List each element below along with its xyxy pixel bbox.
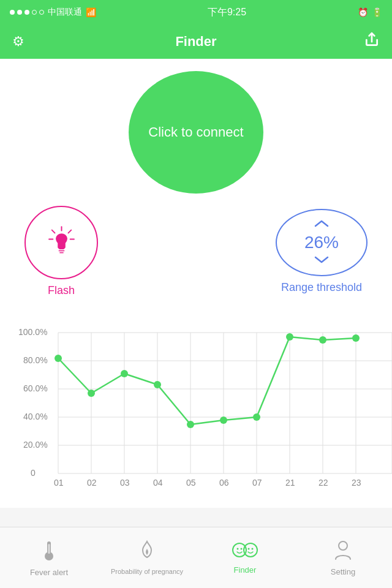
svg-text:80.0%: 80.0% — [23, 355, 48, 365]
svg-point-58 — [241, 548, 243, 549]
header-title: Finder — [175, 34, 216, 50]
status-bar: 中国联通 📶 下午9:25 ⏰ 🔋 — [0, 0, 392, 24]
svg-point-36 — [187, 421, 194, 428]
svg-text:03: 03 — [120, 478, 130, 487]
settings-icon[interactable]: ⚙ — [12, 34, 24, 50]
svg-text:01: 01 — [54, 478, 64, 487]
dot1 — [10, 10, 15, 15]
svg-text:40.0%: 40.0% — [23, 412, 48, 421]
svg-text:05: 05 — [186, 478, 196, 487]
tab-finder[interactable]: Finder — [196, 527, 294, 588]
dot5 — [39, 10, 44, 15]
main-content: Click to connect — [0, 59, 392, 508]
svg-text:02: 02 — [87, 478, 97, 487]
status-right: ⏰ 🔋 — [358, 7, 382, 17]
svg-point-34 — [121, 370, 128, 377]
bulb-icon — [45, 225, 78, 261]
svg-point-40 — [319, 336, 326, 344]
connect-area: Click to connect — [18, 71, 374, 194]
svg-text:21: 21 — [285, 478, 295, 487]
battery-icon: 🔋 — [372, 7, 382, 17]
svg-text:06: 06 — [219, 478, 229, 487]
svg-text:60.0%: 60.0% — [23, 383, 48, 393]
tab-setting-label: Setting — [331, 567, 355, 576]
svg-point-57 — [237, 548, 239, 549]
svg-text:22: 22 — [318, 478, 328, 487]
svg-point-32 — [55, 355, 62, 362]
svg-text:20.0%: 20.0% — [23, 440, 48, 450]
tab-pregnancy[interactable]: Probability of pregnancy — [98, 527, 196, 588]
svg-point-41 — [352, 334, 360, 342]
range-label: Range threshold — [281, 281, 362, 294]
wifi-icon: 📶 — [86, 7, 96, 17]
svg-point-37 — [220, 417, 227, 424]
svg-text:23: 23 — [352, 478, 361, 487]
tab-finder-label: Finder — [234, 565, 257, 575]
svg-point-35 — [154, 381, 161, 388]
range-value: 26% — [304, 233, 339, 252]
arrow-up-icon[interactable] — [312, 219, 331, 230]
svg-point-39 — [286, 333, 293, 341]
svg-text:0: 0 — [31, 468, 36, 478]
svg-point-38 — [253, 413, 260, 421]
dot4 — [32, 10, 37, 15]
svg-point-60 — [252, 548, 254, 549]
dot2 — [17, 10, 22, 15]
dot3 — [24, 10, 29, 15]
pregnancy-icon — [138, 540, 156, 565]
chart-container: 100.0% 80.0% 60.0% 40.0% 20.0% 0 — [18, 315, 374, 496]
chart-svg: 100.0% 80.0% 60.0% 40.0% 20.0% 0 — [18, 322, 392, 487]
svg-text:100.0%: 100.0% — [18, 327, 47, 337]
share-icon[interactable] — [364, 32, 380, 51]
thermometer-icon — [40, 539, 58, 565]
svg-point-33 — [88, 390, 95, 397]
tab-fever-alert[interactable]: Fever alert — [0, 527, 98, 588]
arrow-down-icon[interactable] — [312, 255, 331, 266]
status-left: 中国联通 📶 — [10, 7, 96, 18]
tab-fever-alert-label: Fever alert — [30, 568, 68, 577]
svg-line-2 — [51, 230, 55, 233]
tab-setting[interactable]: Setting — [294, 527, 392, 588]
controls-row: Flash 26% Range threshold — [18, 206, 374, 297]
svg-text:04: 04 — [153, 478, 163, 487]
svg-text:07: 07 — [252, 478, 262, 487]
tab-pregnancy-label: Probability of pregnancy — [111, 568, 183, 575]
status-time: 下午9:25 — [208, 6, 246, 19]
carrier-name: 中国联通 — [48, 7, 82, 18]
flash-label: Flash — [48, 284, 75, 297]
connect-button[interactable]: Click to connect — [129, 71, 263, 194]
range-control: 26% Range threshold — [276, 209, 368, 294]
flash-control: Flash — [24, 206, 98, 297]
header: ⚙ Finder — [0, 24, 392, 59]
svg-line-3 — [68, 230, 71, 233]
alarm-icon: ⏰ — [358, 7, 368, 17]
svg-point-59 — [248, 548, 250, 549]
svg-rect-54 — [48, 544, 50, 554]
flash-button[interactable] — [24, 206, 98, 279]
svg-point-61 — [339, 541, 347, 550]
signal-dots — [10, 10, 44, 15]
range-button[interactable]: 26% — [276, 209, 368, 276]
tab-bar: Fever alert Probability of pregnancy — [0, 527, 392, 588]
person-icon — [334, 540, 352, 565]
finder-icon — [232, 541, 258, 563]
